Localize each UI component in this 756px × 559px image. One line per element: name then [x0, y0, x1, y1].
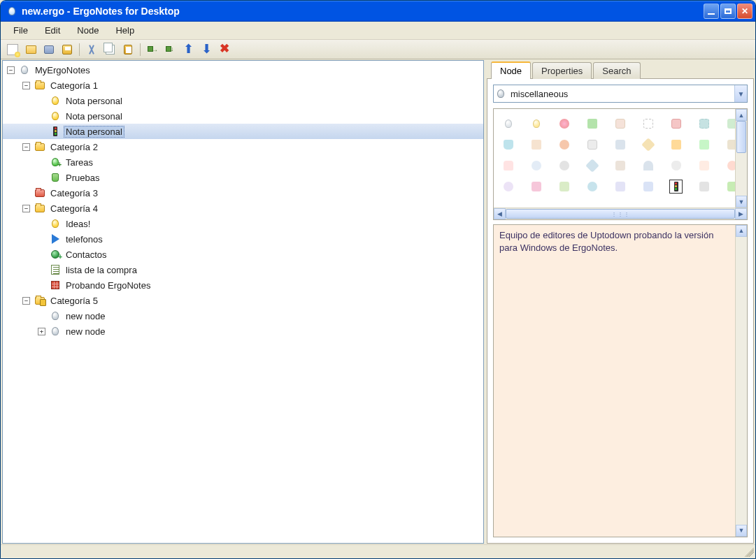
- palette-icon[interactable]: [669, 117, 683, 131]
- minimize-button[interactable]: [704, 3, 719, 19]
- menu-help[interactable]: Help: [107, 23, 143, 38]
- tb-move-up-button[interactable]: ⬆: [180, 41, 197, 58]
- palette-icon[interactable]: [530, 159, 543, 173]
- folder-open-icon: [26, 45, 36, 54]
- palette-icon[interactable]: [669, 159, 683, 173]
- scroll-thumb[interactable]: [736, 121, 746, 153]
- palette-icon[interactable]: [502, 159, 515, 173]
- tb-opendb-button[interactable]: [41, 41, 57, 58]
- tree-view[interactable]: − MyErgoNotes − Categoría 1 Nota persona…: [2, 60, 484, 544]
- palette-icon-selected[interactable]: [669, 180, 683, 194]
- chevron-down-icon[interactable]: ▼: [734, 85, 747, 102]
- icon-grid[interactable]: ▲ ▼: [494, 109, 747, 208]
- palette-icon[interactable]: [530, 180, 543, 194]
- palette-icon[interactable]: [530, 117, 543, 131]
- tree-node-cat3[interactable]: Categoría 3: [3, 185, 483, 201]
- node-type-combo[interactable]: miscellaneous ▼: [493, 85, 748, 103]
- menu-file[interactable]: File: [5, 23, 36, 38]
- tb-new-button[interactable]: [4, 41, 21, 58]
- scroll-right-button[interactable]: ▶: [735, 208, 747, 219]
- tab-node[interactable]: Node: [491, 61, 531, 79]
- note-content[interactable]: Equipo de editores de Uptodown probando …: [493, 224, 748, 537]
- palette-icon[interactable]: [641, 117, 655, 131]
- play-icon: [50, 233, 61, 245]
- tree-node-cat4[interactable]: − Categoría 4: [3, 201, 483, 216]
- tree-node-cat2[interactable]: − Categoría 2: [3, 139, 483, 154]
- tab-properties[interactable]: Properties: [532, 62, 592, 79]
- tree-node-cat4-item1[interactable]: Ideas!: [3, 216, 483, 231]
- palette-icon[interactable]: [586, 159, 599, 173]
- collapse-icon[interactable]: −: [22, 205, 30, 212]
- tree-node-cat1-item3[interactable]: Nota personal: [3, 124, 483, 139]
- palette-icon[interactable]: [558, 138, 571, 152]
- tree-node-cat5-item2[interactable]: + new node: [3, 324, 483, 339]
- palette-icon[interactable]: [586, 117, 599, 131]
- scroll-down-button[interactable]: ▼: [736, 196, 747, 208]
- icon-palette: ▲ ▼ ◀ ⋮⋮⋮ ▶: [493, 108, 748, 220]
- palette-icon[interactable]: [697, 180, 711, 194]
- tree-node-cat4-item5[interactable]: Probando ErgoNotes: [3, 277, 483, 293]
- palette-icon[interactable]: [641, 180, 655, 194]
- palette-icon[interactable]: [697, 117, 711, 131]
- palette-icon[interactable]: [669, 138, 683, 152]
- resize-grip-icon[interactable]: [744, 547, 754, 557]
- palette-icon[interactable]: [614, 180, 627, 194]
- tree-node-cat1[interactable]: − Categoría 1: [3, 78, 483, 93]
- tb-delete-button[interactable]: ✖: [217, 41, 234, 58]
- tree-node-cat1-item1[interactable]: Nota personal: [3, 93, 483, 108]
- palette-icon[interactable]: [614, 117, 627, 131]
- palette-icon[interactable]: [697, 138, 711, 152]
- tree-node-cat4-item2[interactable]: telefonos: [3, 231, 483, 247]
- tb-insert-sibling-button[interactable]: [162, 41, 179, 58]
- collapse-icon[interactable]: −: [22, 143, 30, 151]
- vertical-scrollbar[interactable]: ▲ ▼: [735, 109, 747, 208]
- palette-icon[interactable]: [586, 138, 599, 152]
- titlebar[interactable]: new.ergo - ErgoNotes for Desktop ✕: [1, 1, 755, 22]
- tb-save-button[interactable]: [59, 41, 76, 58]
- expand-icon[interactable]: +: [38, 328, 45, 335]
- maximize-button[interactable]: [720, 3, 736, 19]
- tb-move-down-button[interactable]: ⬇: [199, 41, 215, 58]
- close-button[interactable]: ✕: [737, 3, 753, 19]
- palette-icon[interactable]: [614, 138, 627, 152]
- tree-node-cat5-item1[interactable]: new node: [3, 308, 483, 324]
- tb-copy-button[interactable]: [101, 41, 118, 58]
- collapse-icon[interactable]: −: [22, 297, 30, 305]
- tree-node-root[interactable]: − MyErgoNotes: [3, 62, 483, 78]
- collapse-icon[interactable]: −: [7, 66, 15, 74]
- vertical-scrollbar[interactable]: ▲ ▼: [735, 225, 747, 537]
- scroll-thumb[interactable]: ⋮⋮⋮: [506, 209, 735, 219]
- tb-insert-child-button[interactable]: [144, 41, 161, 58]
- horizontal-scrollbar[interactable]: ◀ ⋮⋮⋮ ▶: [494, 208, 747, 219]
- tb-paste-button[interactable]: [120, 41, 136, 58]
- palette-icon[interactable]: [641, 159, 655, 173]
- palette-icon[interactable]: [558, 159, 571, 173]
- tb-open-button[interactable]: [22, 41, 39, 58]
- palette-icon[interactable]: [558, 180, 571, 194]
- tab-search[interactable]: Search: [593, 62, 640, 79]
- palette-icon[interactable]: [558, 117, 571, 131]
- palette-icon[interactable]: [697, 159, 711, 173]
- tree-node-cat5[interactable]: − Categoría 5: [3, 293, 483, 308]
- tree-node-cat1-item2[interactable]: Nota personal: [3, 108, 483, 124]
- palette-icon[interactable]: [502, 180, 515, 194]
- copy-icon: [106, 45, 115, 55]
- scroll-left-button[interactable]: ◀: [494, 208, 506, 219]
- palette-icon[interactable]: [586, 180, 599, 194]
- palette-icon[interactable]: [530, 138, 543, 152]
- palette-icon[interactable]: [641, 138, 655, 152]
- tree-node-cat2-item1[interactable]: Tareas: [3, 154, 483, 170]
- palette-icon[interactable]: [614, 159, 627, 173]
- tree-node-cat4-item3[interactable]: Contactos: [3, 247, 483, 262]
- palette-icon[interactable]: [502, 117, 515, 131]
- palette-icon[interactable]: [502, 138, 515, 152]
- scroll-down-button[interactable]: ▼: [736, 525, 747, 537]
- tree-node-cat2-item2[interactable]: Pruebas: [3, 170, 483, 185]
- menu-node[interactable]: Node: [69, 23, 107, 38]
- scroll-up-button[interactable]: ▲: [736, 109, 747, 121]
- collapse-icon[interactable]: −: [22, 82, 30, 89]
- tb-cut-button[interactable]: [83, 41, 100, 58]
- scroll-up-button[interactable]: ▲: [736, 225, 747, 237]
- tree-node-cat4-item4[interactable]: lista de la compra: [3, 262, 483, 277]
- menu-edit[interactable]: Edit: [36, 23, 69, 38]
